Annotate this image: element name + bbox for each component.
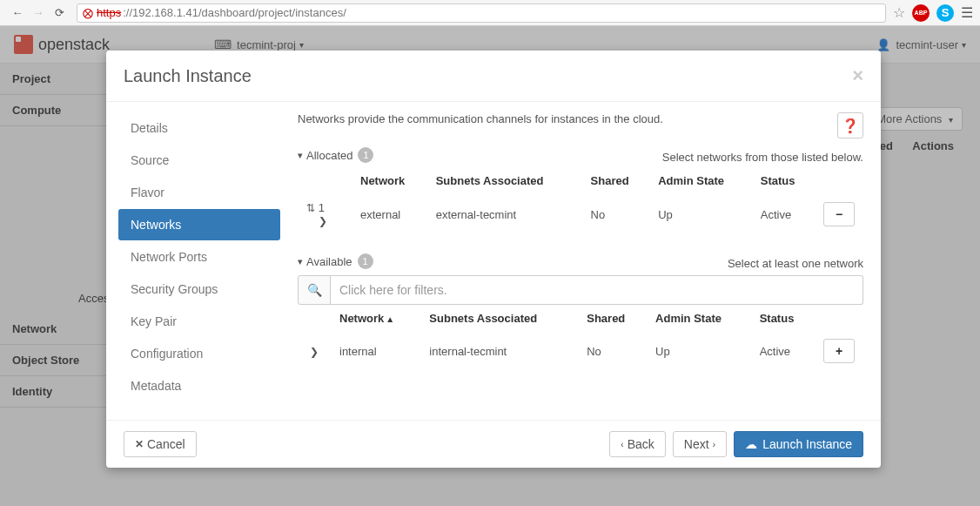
forward-button[interactable]: → xyxy=(28,3,49,24)
col-status: Status xyxy=(754,169,815,192)
project-selector[interactable]: ⌨ tecmint-proj ▾ xyxy=(214,37,304,51)
chevron-right-icon: › xyxy=(713,439,716,449)
plus-icon: + xyxy=(836,344,842,358)
column-header-actions: Actions xyxy=(912,139,954,152)
chevron-down-icon: ▾ xyxy=(298,150,303,161)
cancel-button[interactable]: ✕Cancel xyxy=(124,431,197,457)
hamburger-menu-icon[interactable]: ☰ xyxy=(961,4,973,21)
available-table: Network▲ Subnets Associated Shared Admin… xyxy=(298,305,863,372)
help-icon: ❓ xyxy=(842,118,859,134)
allocated-label: Allocated xyxy=(306,149,352,162)
description-text: Networks provide the communication chann… xyxy=(298,112,829,125)
wizard-step-metadata[interactable]: Metadata xyxy=(118,370,280,401)
cell-subnets: internal-tecmint xyxy=(422,332,578,370)
cell-shared: No xyxy=(584,194,650,234)
wizard-step-security-groups[interactable]: Security Groups xyxy=(118,273,280,305)
col-admin-state[interactable]: Admin State xyxy=(648,307,751,330)
wizard-step-network-ports[interactable]: Network Ports xyxy=(118,241,280,273)
back-button[interactable]: ← xyxy=(7,3,28,24)
help-button[interactable]: ❓ xyxy=(837,112,863,138)
wizard-step-source[interactable]: Source xyxy=(118,145,280,176)
next-button[interactable]: Next› xyxy=(673,431,727,457)
cell-admin-state: Up xyxy=(648,332,751,370)
modal-header: Launch Instance × xyxy=(106,51,881,102)
remove-network-button[interactable]: − xyxy=(823,202,855,226)
browser-toolbar: ← → ⟳ ⨂ https ://192.168.1.41/dashboard/… xyxy=(0,0,980,26)
col-subnets[interactable]: Subnets Associated xyxy=(422,307,578,330)
col-admin-state: Admin State xyxy=(651,169,752,192)
back-button[interactable]: ‹Back xyxy=(609,431,666,457)
more-actions-button[interactable]: More Actions ▾ xyxy=(867,107,963,131)
allocated-table-header: Network Subnets Associated Shared Admin … xyxy=(299,169,862,192)
brand-text: openstack xyxy=(38,36,110,54)
filter-input[interactable] xyxy=(331,275,863,305)
keyboard-icon: ⌨ xyxy=(214,37,232,51)
allocated-row: ⇅ 1 ❯ external external-tecmint No Up Ac… xyxy=(299,194,862,234)
openstack-logo[interactable]: openstack xyxy=(14,35,110,54)
cell-network: external xyxy=(353,194,427,234)
cell-network: internal xyxy=(332,332,420,370)
launch-instance-button[interactable]: ☁Launch Instance xyxy=(734,431,863,457)
available-label: Available xyxy=(306,255,352,268)
cell-status: Active xyxy=(753,332,815,370)
modal-footer: ✕Cancel ‹Back Next› ☁Launch Instance xyxy=(106,420,881,468)
cloud-upload-icon: ☁ xyxy=(745,437,757,451)
project-name: tecmint-proj xyxy=(237,38,296,51)
wizard-step-flavor[interactable]: Flavor xyxy=(118,177,280,208)
user-selector[interactable]: 👤 tecmint-user ▾ xyxy=(876,38,966,51)
col-status[interactable]: Status xyxy=(753,307,815,330)
chevron-down-icon: ▾ xyxy=(298,256,303,267)
modal-title: Launch Instance xyxy=(124,66,252,86)
col-shared: Shared xyxy=(584,169,650,192)
insecure-lock-icon: ⨂ xyxy=(83,7,93,19)
reload-button[interactable]: ⟳ xyxy=(49,3,70,24)
available-subtext: Select at least one network xyxy=(298,257,863,270)
abp-icon[interactable]: ABP xyxy=(912,4,930,22)
chevron-right-icon[interactable]: ❯ xyxy=(310,346,319,358)
url-path: ://192.168.1.41/dashboard/project/instan… xyxy=(123,6,346,19)
cell-subnets: external-tecmint xyxy=(429,194,582,234)
cell-status: Active xyxy=(754,194,815,234)
openstack-logo-icon xyxy=(14,35,33,54)
wizard-step-key-pair[interactable]: Key Pair xyxy=(118,306,280,337)
col-network: Network xyxy=(353,169,427,192)
bookmark-star-icon[interactable]: ☆ xyxy=(893,4,905,21)
close-icon[interactable]: × xyxy=(852,64,863,87)
url-scheme: https xyxy=(97,6,121,19)
minus-icon: − xyxy=(836,207,842,221)
drag-handle-icon[interactable]: ⇅ xyxy=(306,202,315,214)
available-count-badge: 1 xyxy=(358,253,373,269)
allocated-table: Network Subnets Associated Shared Admin … xyxy=(298,167,863,236)
available-table-header: Network▲ Subnets Associated Shared Admin… xyxy=(299,307,862,330)
caret-down-icon: ▾ xyxy=(962,40,966,50)
caret-down-icon: ▾ xyxy=(949,115,953,125)
wizard-step-details[interactable]: Details xyxy=(118,112,280,144)
cell-admin-state: Up xyxy=(651,194,752,234)
chevron-right-icon[interactable]: ❯ xyxy=(319,215,327,227)
caret-down-icon: ▾ xyxy=(299,40,304,50)
launch-instance-modal: Launch Instance × Details Source Flavor … xyxy=(106,51,881,468)
available-row: ❯ internal internal-tecmint No Up Active… xyxy=(299,332,862,370)
col-network-sortable[interactable]: Network▲ xyxy=(332,307,420,330)
col-shared[interactable]: Shared xyxy=(580,307,647,330)
search-icon[interactable]: 🔍 xyxy=(298,275,331,305)
wizard-step-configuration[interactable]: Configuration xyxy=(118,338,280,369)
user-name: tecmint-user xyxy=(896,38,958,51)
cell-shared: No xyxy=(580,332,647,370)
url-bar[interactable]: ⨂ https ://192.168.1.41/dashboard/projec… xyxy=(77,3,886,23)
filter-bar: 🔍 xyxy=(298,275,863,305)
user-icon: 👤 xyxy=(876,38,890,51)
wizard-nav: Details Source Flavor Networks Network P… xyxy=(106,102,280,420)
chevron-left-icon: ‹ xyxy=(621,439,624,449)
wizard-content: Networks provide the communication chann… xyxy=(280,102,881,420)
x-icon: ✕ xyxy=(135,438,144,450)
sort-asc-icon: ▲ xyxy=(386,314,394,324)
select-networks-subtext: Select networks from those listed below. xyxy=(298,151,863,164)
add-network-button[interactable]: + xyxy=(823,339,855,363)
wizard-step-networks[interactable]: Networks xyxy=(118,209,280,240)
row-order: 1 xyxy=(319,201,325,214)
col-subnets: Subnets Associated xyxy=(429,169,582,192)
skype-icon[interactable]: S xyxy=(936,4,954,22)
